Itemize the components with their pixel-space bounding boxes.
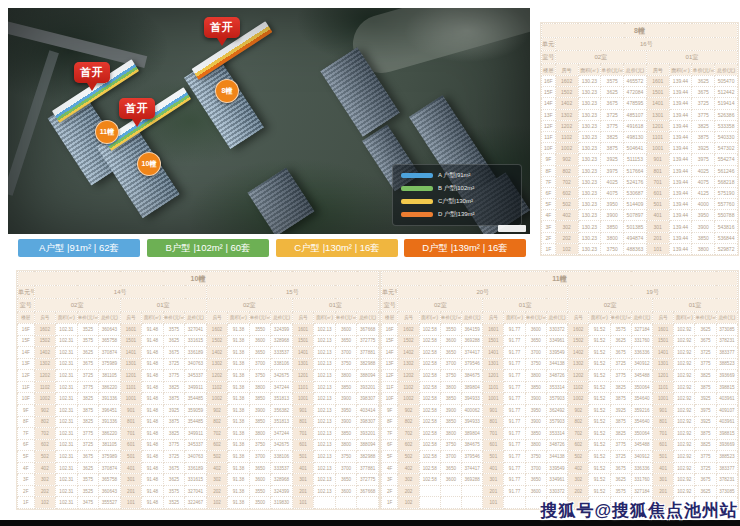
value-cell: 91.38 — [228, 439, 250, 451]
value-cell: 102.92 — [674, 370, 695, 382]
value-cell: 4075 — [601, 187, 624, 198]
col-header: 面积(㎡) — [669, 64, 692, 76]
roomno-cell: 402 — [568, 462, 589, 474]
value-cell: 327184 — [631, 485, 652, 497]
value-cell: 102.13 — [314, 451, 336, 463]
value-cell: 91.48 — [142, 381, 164, 393]
floor-cell: 8F — [542, 165, 556, 176]
roomno-cell: 1401 — [646, 98, 669, 109]
value-cell: 3700 — [525, 347, 546, 359]
roomno-cell: 1501 — [646, 87, 669, 98]
value-cell: 348726 — [546, 439, 567, 451]
value-cell: 3925 — [695, 393, 716, 405]
first-open-pin: 首开 — [119, 98, 155, 119]
roomno-cell: 1301 — [120, 358, 142, 370]
value-cell: 345488 — [631, 370, 652, 382]
value-cell: 3750 — [249, 439, 271, 451]
value-cell: 465572 — [624, 76, 647, 87]
type-banner-d: D户型 |139m² | 16套 — [404, 239, 526, 257]
floor-cell: 5F — [542, 199, 556, 210]
value-cell: 91.48 — [142, 358, 164, 370]
value-cell: 3725 — [610, 451, 631, 463]
value-cell: 330372 — [546, 324, 567, 336]
value-cell: 354485 — [185, 416, 207, 428]
value-cell: 543816 — [715, 221, 738, 232]
roomno-cell: 701 — [483, 428, 504, 440]
roomno-cell: 1502 — [206, 335, 228, 347]
roomno-cell: 202 — [568, 485, 589, 497]
roomno-cell: 801 — [646, 165, 669, 176]
roomno-cell: 1602 — [34, 324, 56, 336]
value-cell: 384675 — [462, 439, 483, 451]
value-cell — [419, 497, 440, 509]
value-cell: 3800 — [601, 232, 624, 243]
roomno-cell: 1202 — [568, 370, 589, 382]
type-banner-b: B户型 |102m² | 60套 — [147, 239, 269, 257]
value-cell: 3900 — [249, 404, 271, 416]
value-cell: 3700 — [249, 358, 271, 370]
unit-row-label: 单元号 — [542, 38, 556, 51]
roomno-cell: 1602 — [398, 324, 419, 336]
floor-col-header: 楼层 — [382, 312, 398, 324]
value-cell: 3925 — [692, 143, 715, 154]
road — [8, 20, 147, 68]
value-cell: 370874 — [99, 347, 121, 359]
value-cell: 3775 — [601, 120, 624, 131]
unit-header: 19号 — [568, 286, 738, 299]
value-cell: 365758 — [99, 474, 121, 486]
value-cell: 3800 — [525, 439, 546, 451]
value-cell: 3825 — [695, 370, 716, 382]
roomno-cell: 1202 — [206, 370, 228, 382]
col-header: 面积(㎡) — [674, 312, 695, 324]
value-cell: 3725 — [610, 358, 631, 370]
col-header: 单价(元/㎡) — [692, 64, 715, 76]
value-cell: 3875 — [610, 416, 631, 428]
col-header: 单价(元/㎡) — [695, 312, 716, 324]
value-cell: 3900 — [692, 221, 715, 232]
value-cell: 3900 — [335, 416, 357, 428]
value-cell: 139.44 — [669, 199, 692, 210]
value-cell: 3850 — [601, 221, 624, 232]
value-cell: 3975 — [692, 154, 715, 165]
value-cell: 505470 — [715, 76, 738, 87]
value-cell: 91.48 — [142, 324, 164, 336]
value-cell: 367668 — [357, 485, 379, 497]
roomno-cell: 601 — [292, 439, 314, 451]
value-cell: 350064 — [631, 428, 652, 440]
pin-label: 首开 — [210, 20, 234, 35]
value-cell: 3775 — [692, 109, 715, 120]
value-cell: 3525 — [77, 485, 99, 497]
page: 首开 首开 首开 11幢 10幢 8幢 A 户型|91m² B 户型|102m²… — [0, 0, 740, 526]
roomno-cell: 401 — [292, 462, 314, 474]
roomno-cell: 601 — [483, 439, 504, 451]
value-cell: 102.92 — [674, 451, 695, 463]
floor-cell: 16F — [542, 76, 556, 87]
room-header: 02室 — [206, 299, 292, 312]
value-cell: 91.52 — [589, 428, 610, 440]
value-cell: 331760 — [631, 335, 652, 347]
value-cell: 102.58 — [419, 404, 440, 416]
roomno-cell: 1002 — [398, 393, 419, 405]
value-cell: 3625 — [163, 474, 185, 486]
roomno-cell: 301 — [653, 474, 674, 486]
col-header: 房号 — [555, 64, 578, 76]
roomno-cell: 101 — [646, 243, 669, 254]
value-cell: 379546 — [462, 451, 483, 463]
value-cell: 3825 — [163, 381, 185, 393]
legend-color-bar-c — [401, 199, 433, 204]
roomno-cell: 901 — [483, 404, 504, 416]
value-cell: 511153 — [624, 154, 647, 165]
value-cell: 91.52 — [589, 381, 610, 393]
roomno-cell: 1501 — [483, 335, 504, 347]
room-row-label: 室号 — [382, 299, 398, 312]
value-cell: 102.13 — [314, 485, 336, 497]
legend-item: C户型|130m² — [401, 197, 513, 206]
value-cell: 373085 — [716, 485, 737, 497]
value-cell: 102.31 — [56, 439, 78, 451]
type-banner-a: A户型 |91m² | 62套 — [18, 239, 140, 257]
col-header: 单价(元/㎡) — [440, 312, 461, 324]
value-cell: 102.31 — [56, 370, 78, 382]
value-cell: 507897 — [624, 210, 647, 221]
value-cell: 139.44 — [669, 210, 692, 221]
value-cell: 3650 — [335, 335, 357, 347]
